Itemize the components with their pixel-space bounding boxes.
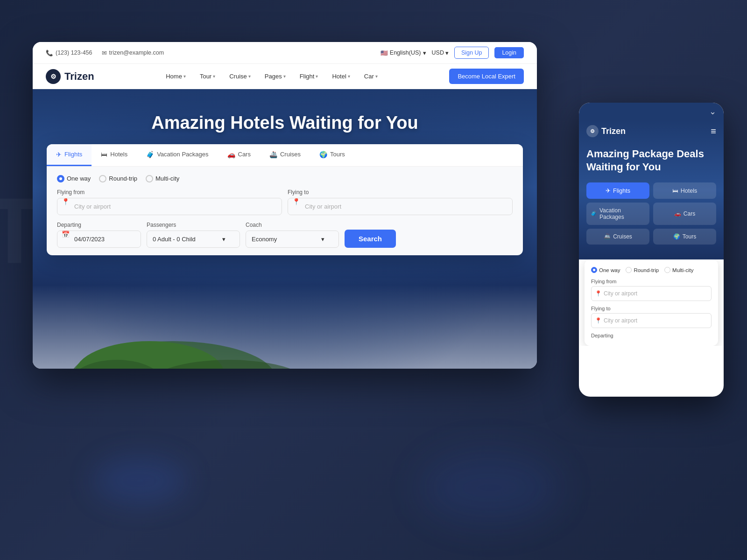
nav-pages[interactable]: Pages▾ — [259, 70, 291, 83]
vacation-tab-label: Vacation Packages — [157, 151, 208, 158]
mobile-flights-icon: ✈ — [606, 187, 611, 194]
hero-section: Amazing Hotels Waiting for You ✈ Flights… — [33, 89, 537, 369]
tab-flights[interactable]: ✈ Flights — [47, 144, 92, 166]
hero-title: Amazing Hotels Waiting for You — [33, 89, 537, 134]
radio-one-way-label: One way — [67, 175, 91, 182]
flying-from-group: Flying from 📍 City or airport — [57, 189, 282, 215]
mobile-tab-cars[interactable]: 🚗 Cars — [653, 203, 716, 225]
tab-cruises[interactable]: 🚢 Cruises — [260, 144, 310, 166]
mobile-trip-type-row: One way Round-trip Multi-city — [591, 267, 712, 273]
nav-flight[interactable]: Flight▾ — [294, 70, 324, 83]
passengers-chevron: ▾ — [222, 236, 226, 243]
flying-to-label: Flying to — [288, 189, 513, 196]
tour-chevron: ▾ — [213, 74, 215, 79]
passengers-group: Passengers 0 Adult - 0 Child ▾ — [147, 222, 240, 248]
nav-tour[interactable]: Tour▾ — [194, 70, 221, 83]
mobile-flying-to-placeholder: City or airport — [604, 317, 637, 324]
become-local-expert-button[interactable]: Become Local Expert — [449, 69, 524, 84]
tab-tours[interactable]: 🌍 Tours — [310, 144, 354, 166]
mobile-hamburger-icon[interactable]: ≡ — [711, 126, 716, 137]
tab-cars[interactable]: 🚗 Cars — [218, 144, 260, 166]
tab-vacation-packages[interactable]: 🧳 Vacation Packages — [137, 144, 218, 166]
mobile-hero: ⚙ Trizen ≡ Amazing Package Deals Waiting… — [579, 120, 724, 259]
coastline-svg — [33, 322, 537, 369]
radio-multi-city[interactable]: Multi-city — [146, 175, 179, 182]
logo-text: Trizen — [64, 70, 94, 83]
mobile-hotels-icon: 🛏 — [672, 188, 678, 194]
mobile-tabs-row1: ✈ Flights 🛏 Hotels — [579, 182, 724, 203]
mobile-tab-cruises[interactable]: 🚢 Cruises — [586, 229, 649, 245]
language-selector[interactable]: 🇺🇸 English(US) ▾ — [381, 49, 426, 56]
radio-one-way[interactable]: One way — [57, 175, 91, 182]
mobile-tab-hotels[interactable]: 🛏 Hotels — [653, 182, 716, 199]
mobile-radio-one-way-label: One way — [599, 267, 620, 273]
mobile-hero-title: Amazing Package Deals Waiting for You — [579, 140, 724, 182]
signup-button[interactable]: Sign Up — [454, 47, 489, 59]
flying-to-placeholder: City or airport — [305, 203, 341, 210]
cars-tab-label: Cars — [238, 151, 251, 158]
flying-from-input[interactable]: City or airport — [57, 198, 282, 215]
mobile-flying-from-placeholder: City or airport — [604, 290, 637, 297]
bottom-fields-row: Departing 📅 04/07/2023 Passengers 0 Adul… — [57, 222, 513, 248]
mobile-flying-from-input[interactable]: City or airport — [591, 286, 712, 301]
cruises-tab-icon: 🚢 — [269, 151, 277, 158]
flights-tab-icon: ✈ — [56, 151, 62, 158]
mobile-tab-flights[interactable]: ✈ Flights — [586, 182, 649, 199]
cars-tab-icon: 🚗 — [227, 151, 235, 158]
mobile-search-form: One way Round-trip Multi-city Flying fro… — [585, 259, 718, 346]
nav-car[interactable]: Car▾ — [359, 70, 383, 83]
flying-to-input[interactable]: City or airport — [288, 198, 513, 215]
bg-decor-1 — [93, 457, 187, 504]
phone-icon: 📞 — [46, 49, 53, 56]
mobile-tours-icon: 🌍 — [673, 233, 680, 240]
search-form: One way Round-trip Multi-city Flying fro… — [47, 167, 523, 255]
currency-selector[interactable]: USD ▾ — [432, 49, 449, 56]
departing-input[interactable]: 04/07/2023 — [57, 231, 141, 248]
cruise-chevron: ▾ — [248, 74, 251, 79]
passengers-label: Passengers — [147, 222, 240, 228]
mobile-radio-multi-city[interactable]: Multi-city — [664, 267, 693, 273]
hotels-tab-label: Hotels — [110, 151, 127, 158]
flag-icon: 🇺🇸 — [381, 49, 388, 56]
mobile-nav: ⚙ Trizen ≡ — [579, 120, 724, 140]
top-bar-right: 🇺🇸 English(US) ▾ USD ▾ Sign Up Login — [381, 47, 524, 59]
mobile-radio-round-trip[interactable]: Round-trip — [626, 267, 659, 273]
departing-label: Departing — [57, 222, 141, 228]
mobile-tab-vacation[interactable]: 🧳 Vacation Packages — [586, 203, 649, 225]
mobile-radio-multi-city-label: Multi-city — [672, 267, 693, 273]
login-button[interactable]: Login — [494, 47, 524, 58]
mobile-flying-to-label: Flying to — [591, 306, 712, 311]
search-button[interactable]: Search — [345, 230, 396, 248]
coach-chevron: ▾ — [321, 236, 324, 243]
cruises-tab-label: Cruises — [280, 151, 301, 158]
lang-chevron: ▾ — [423, 49, 426, 56]
radio-one-way-circle — [57, 175, 64, 182]
mobile-tab-tours[interactable]: 🌍 Tours — [653, 229, 716, 245]
tab-hotels[interactable]: 🛏 Hotels — [92, 144, 137, 166]
nav-links: Home▾ Tour▾ Cruise▾ Pages▾ Flight▾ Hotel… — [160, 70, 383, 83]
logo-icon: ⚙ — [46, 69, 61, 84]
vacation-tab-icon: 🧳 — [146, 151, 154, 158]
top-bar-left: 📞 (123) 123-456 ✉ trizen@example.com — [46, 49, 164, 56]
mobile-location-icon-to: 📍 — [595, 317, 602, 324]
email-icon: ✉ — [102, 49, 107, 56]
mobile-tours-label: Tours — [683, 233, 696, 240]
coach-select[interactable]: Economy ▾ — [246, 231, 339, 248]
nav-cruise[interactable]: Cruise▾ — [224, 70, 256, 83]
mobile-logo[interactable]: ⚙ Trizen — [586, 125, 626, 137]
nav-home[interactable]: Home▾ — [160, 70, 191, 83]
nav-hotel[interactable]: Hotel▾ — [326, 70, 355, 83]
search-panel: ✈ Flights 🛏 Hotels 🧳 Vacation Packages 🚗… — [47, 144, 523, 255]
flight-chevron: ▾ — [316, 74, 318, 79]
flying-from-label: Flying from — [57, 189, 282, 196]
mobile-logo-text: Trizen — [601, 126, 626, 136]
mobile-flying-to-input[interactable]: City or airport — [591, 313, 712, 328]
mobile-radio-one-way[interactable]: One way — [591, 267, 620, 273]
home-chevron: ▾ — [183, 74, 186, 79]
radio-round-trip[interactable]: Round-trip — [99, 175, 137, 182]
mobile-logo-icon: ⚙ — [586, 125, 599, 137]
logo[interactable]: ⚙ Trizen — [46, 69, 94, 84]
search-tabs: ✈ Flights 🛏 Hotels 🧳 Vacation Packages 🚗… — [47, 144, 523, 167]
coach-value: Economy — [252, 236, 277, 243]
passengers-select[interactable]: 0 Adult - 0 Child ▾ — [147, 231, 240, 248]
